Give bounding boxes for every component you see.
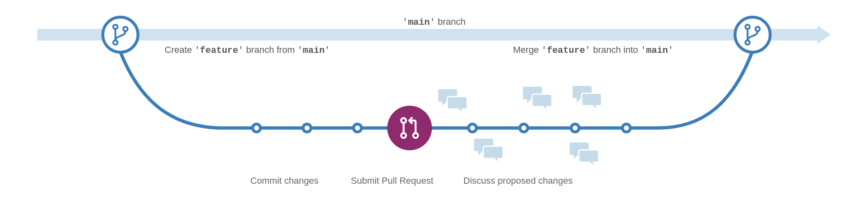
submit-pr-label: Submit Pull Request [351,175,433,186]
commit-dot [570,123,580,133]
commit-dot [518,123,529,133]
pull-request-icon [399,116,420,140]
comment-bubble-icon [474,138,504,164]
branch-start-node [101,16,139,54]
main-branch-arrow [37,29,831,40]
branch-end-node [734,16,772,54]
git-branch-icon [744,24,761,45]
main-branch-label: 'main' branch [403,17,466,28]
commit-changes-label: Commit changes [250,175,319,186]
git-branch-icon [112,24,129,45]
commit-dot [302,123,312,133]
commit-dot [621,123,632,133]
comment-bubble-icon [438,88,468,115]
discussion-bubble [570,142,599,168]
quote: ' [430,17,435,28]
pull-request-node [387,106,432,150]
comment-bubble-icon [570,142,599,168]
create-branch-label: Create 'feature' branch from 'main' [165,45,330,56]
discussion-bubble [438,88,468,115]
discussion-bubble [474,138,504,164]
quote: ' [403,17,408,28]
commit-dot [352,123,363,133]
comment-bubble-icon [573,85,602,111]
commit-dot [251,123,262,133]
comment-bubble-icon [523,86,553,112]
commit-dot [467,123,478,133]
merge-branch-label: Merge 'feature' branch into 'main' [513,45,674,56]
discuss-label: Discuss proposed changes [463,175,573,186]
discussion-bubble [573,85,602,111]
branch-word: branch [435,17,465,27]
discussion-bubble [523,86,553,112]
main-name: main [408,17,430,28]
